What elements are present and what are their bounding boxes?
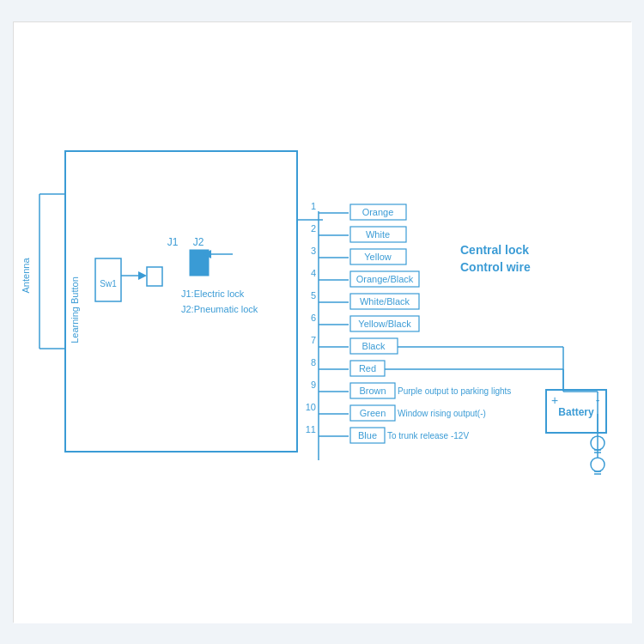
- wiring-diagram: Antenna Learning Button Sw1 J1 J2 J1:Ele…: [13, 21, 631, 623]
- svg-text:J2:Pneumatic lock: J2:Pneumatic lock: [181, 304, 258, 314]
- svg-text:2: 2: [311, 223, 316, 234]
- svg-text:9: 9: [311, 380, 316, 390]
- svg-text:White: White: [366, 229, 390, 240]
- svg-text:J1: J1: [167, 236, 179, 248]
- svg-text:Orange/Black: Orange/Black: [356, 274, 414, 284]
- svg-text:Control wire: Control wire: [460, 260, 531, 274]
- svg-text:Red: Red: [359, 363, 376, 374]
- svg-text:Yellow: Yellow: [364, 252, 391, 262]
- svg-text:+: +: [551, 393, 558, 407]
- svg-text:4: 4: [311, 268, 316, 278]
- svg-text:Antenna: Antenna: [21, 258, 31, 294]
- svg-text:J2: J2: [193, 236, 204, 248]
- svg-text:7: 7: [311, 335, 316, 345]
- svg-text:8: 8: [311, 357, 316, 368]
- svg-rect-0: [14, 22, 632, 623]
- svg-text:Blue: Blue: [358, 430, 377, 440]
- svg-text:Learning Button: Learning Button: [70, 276, 80, 343]
- svg-text:5: 5: [311, 290, 316, 301]
- svg-text:10: 10: [306, 402, 316, 412]
- svg-text:J1:Electric lock: J1:Electric lock: [181, 289, 245, 299]
- svg-text:Yellow/Black: Yellow/Black: [358, 319, 411, 329]
- svg-text:Brown: Brown: [359, 386, 386, 396]
- svg-text:Window rising output(-): Window rising output(-): [398, 409, 486, 418]
- svg-text:Black: Black: [362, 341, 386, 351]
- svg-text:Sw1: Sw1: [100, 279, 117, 289]
- svg-text:White/Black: White/Black: [360, 296, 410, 307]
- svg-text:6: 6: [311, 313, 316, 323]
- svg-text:Purple output to parking light: Purple output to parking lights: [398, 386, 511, 396]
- svg-text:Orange: Orange: [362, 207, 394, 217]
- svg-text:3: 3: [311, 246, 316, 256]
- svg-text:1: 1: [311, 201, 316, 211]
- svg-text:Battery: Battery: [558, 406, 594, 418]
- svg-text:To trunk release -12V: To trunk release -12V: [387, 431, 469, 440]
- svg-text:11: 11: [306, 424, 316, 434]
- svg-text:Central lock: Central lock: [460, 243, 529, 257]
- svg-text:Green: Green: [360, 408, 386, 418]
